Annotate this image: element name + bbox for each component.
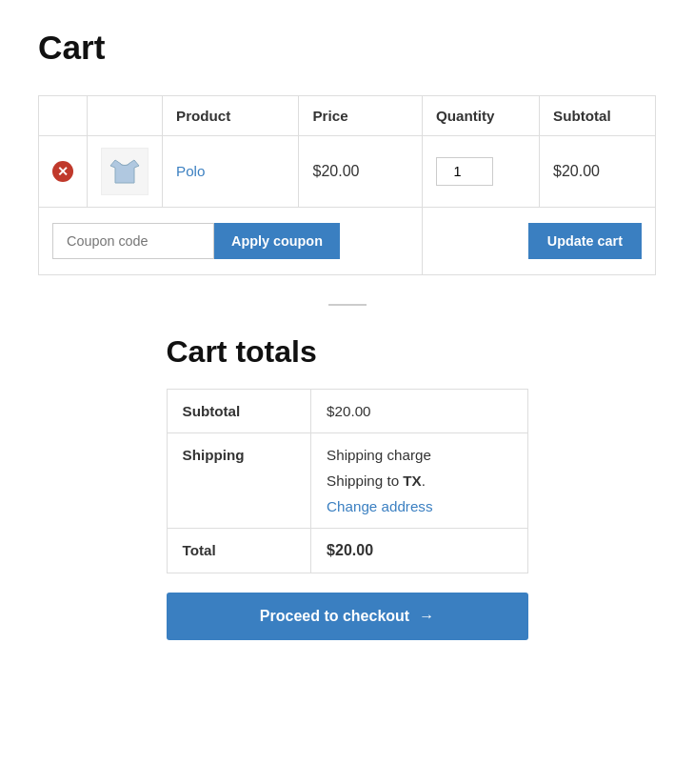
product-link[interactable]: Polo (176, 163, 205, 179)
col-header-quantity: Quantity (422, 96, 539, 136)
shipping-to-text: Shipping to TX. (327, 472, 511, 489)
total-label: Total (167, 529, 311, 573)
coupon-cell: Apply coupon (39, 208, 423, 275)
col-header-product: Product (163, 96, 299, 136)
checkout-arrow-icon: → (419, 608, 434, 625)
shipping-label: Shipping (167, 433, 311, 529)
shipping-value-cell: Shipping charge Shipping to TX. Change a… (311, 433, 527, 529)
quantity-input[interactable] (436, 157, 493, 186)
subtotal-row: Subtotal $20.00 (167, 390, 527, 433)
subtotal-label: Subtotal (167, 390, 311, 433)
page-title: Cart (38, 29, 656, 67)
remove-cell: ✕ (39, 136, 88, 208)
total-row: Total $20.00 (167, 529, 527, 573)
col-header-remove (39, 96, 88, 136)
cart-totals-section: Cart totals Subtotal $20.00 Shipping Shi… (167, 334, 528, 640)
col-header-price: Price (299, 96, 422, 136)
shipping-location: TX (403, 472, 421, 489)
totals-table: Subtotal $20.00 Shipping Shipping charge… (167, 389, 528, 573)
coupon-input[interactable] (52, 223, 214, 259)
cart-table: Product Price Quantity Subtotal ✕ (38, 95, 656, 275)
update-cart-cell: Update cart (422, 208, 655, 275)
image-cell (88, 136, 163, 208)
cart-totals-title: Cart totals (167, 334, 528, 370)
price-cell: $20.00 (299, 136, 422, 208)
col-header-subtotal: Subtotal (540, 96, 656, 136)
shipping-to-label: Shipping to (327, 472, 399, 489)
remove-icon: ✕ (52, 161, 73, 182)
col-header-image (88, 96, 163, 136)
update-cart-button[interactable]: Update cart (528, 223, 642, 259)
change-address-link[interactable]: Change address (327, 498, 511, 514)
total-amount: $20.00 (327, 542, 373, 558)
shipping-charge-text: Shipping charge (327, 447, 511, 463)
proceed-to-checkout-button[interactable]: Proceed to checkout → (167, 593, 528, 640)
product-image (101, 148, 149, 195)
subtotal-cell: $20.00 (540, 136, 656, 208)
quantity-cell (422, 136, 539, 208)
checkout-button-wrapper: Proceed to checkout → (167, 593, 528, 640)
apply-coupon-button[interactable]: Apply coupon (214, 223, 340, 259)
subtotal-value: $20.00 (311, 390, 527, 433)
checkout-label: Proceed to checkout (260, 608, 409, 625)
shipping-row: Shipping Shipping charge Shipping to TX.… (167, 433, 527, 529)
table-row: ✕ Polo $20.00 $20.00 (39, 136, 656, 208)
remove-item-button[interactable]: ✕ (52, 161, 73, 182)
coupon-row: Apply coupon Update cart (39, 208, 656, 275)
product-name-cell: Polo (163, 136, 299, 208)
section-divider (328, 304, 367, 306)
total-value-cell: $20.00 (311, 529, 527, 573)
